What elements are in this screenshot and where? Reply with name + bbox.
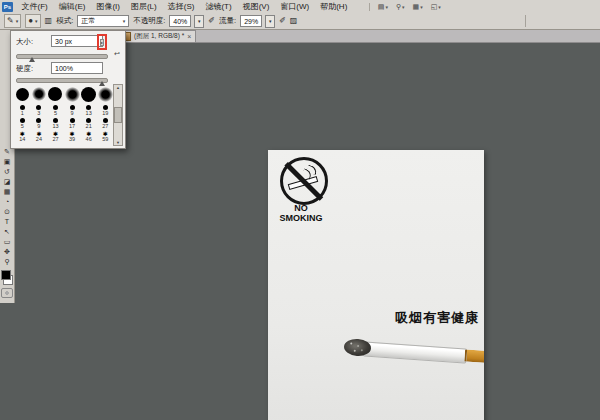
brush-preset[interactable]: 13 bbox=[80, 104, 97, 117]
flow-input[interactable]: 29% bbox=[240, 15, 262, 27]
close-icon[interactable]: × bbox=[187, 33, 191, 40]
menu-item[interactable]: 滤镜(T) bbox=[200, 1, 237, 12]
rectangle-tool[interactable]: ▭ bbox=[1, 237, 13, 247]
brush-preset[interactable]: 9 bbox=[31, 117, 48, 130]
scroll-up-icon[interactable]: ▲ bbox=[116, 85, 120, 90]
airbrush-toggle-icon[interactable]: ✐ bbox=[279, 15, 286, 27]
brush-size-number: 24 bbox=[36, 137, 42, 142]
document-tab[interactable]: (图层 1, RGB/8) * × bbox=[118, 30, 196, 42]
reset-brush-icon[interactable]: ↩ bbox=[114, 50, 120, 58]
color-swatches bbox=[1, 270, 13, 285]
brush-preset[interactable]: 1 bbox=[14, 104, 31, 117]
brush-size-number: 46 bbox=[86, 137, 92, 142]
brush-grid-scrollbar[interactable]: ▲ ▼ bbox=[113, 84, 123, 146]
brush-preset[interactable]: 19 bbox=[97, 104, 114, 117]
brush-preset[interactable]: ✱24 bbox=[31, 130, 48, 143]
brush-size-number: 14 bbox=[19, 137, 25, 142]
brush-preset[interactable]: ✱14 bbox=[14, 130, 31, 143]
menu-item[interactable]: 选择(S) bbox=[162, 1, 200, 12]
scrollbar-thumb[interactable] bbox=[114, 107, 122, 123]
chevron-down-icon: ▾ bbox=[16, 18, 19, 24]
dodge-tool[interactable]: ⊙ bbox=[1, 207, 13, 217]
brush-size-number: 21 bbox=[86, 124, 92, 129]
document-tab-title: (图层 1, RGB/8) * bbox=[134, 32, 184, 41]
brush-preset[interactable]: 9 bbox=[64, 104, 81, 117]
zoom-tool[interactable]: ⚲ bbox=[1, 257, 13, 267]
foreground-color-swatch[interactable] bbox=[1, 270, 11, 280]
size-input[interactable]: 30 px bbox=[51, 35, 103, 47]
brush-preset[interactable]: 5 bbox=[14, 117, 31, 130]
opacity-input[interactable]: 40% bbox=[169, 15, 191, 27]
brush-size-number: 59 bbox=[102, 137, 108, 142]
opacity-dropdown-button[interactable]: ▾ bbox=[194, 15, 204, 28]
brush-grid-row: 5913172127 bbox=[14, 117, 114, 130]
brush-preset[interactable] bbox=[80, 84, 97, 104]
brush-preset[interactable] bbox=[64, 84, 81, 104]
brush-preset[interactable] bbox=[97, 84, 114, 104]
blur-tool[interactable]: ◔ bbox=[1, 197, 13, 207]
view-extras-icon[interactable]: ▤▾ bbox=[378, 3, 388, 11]
type-tool[interactable]: T bbox=[1, 217, 13, 227]
brush-preset[interactable]: ✱27 bbox=[47, 130, 64, 143]
brush-preset[interactable]: 17 bbox=[64, 117, 81, 130]
zoom-level-icon: ⚲ bbox=[396, 3, 401, 11]
arrange-documents-icon: ▦ bbox=[413, 3, 420, 11]
brush-size-number: 9 bbox=[71, 111, 74, 116]
panel-flyout-button[interactable]: ▸ bbox=[100, 39, 104, 46]
menu-item[interactable]: 视图(V) bbox=[237, 1, 275, 12]
menu-item[interactable]: 窗口(W) bbox=[275, 1, 315, 12]
menu-item[interactable]: 帮助(H) bbox=[315, 1, 353, 12]
quick-mask-icon[interactable] bbox=[1, 288, 13, 298]
brush-preset[interactable] bbox=[31, 84, 48, 104]
arrange-documents-icon[interactable]: ▦▾ bbox=[413, 3, 423, 11]
soft-round-brush-icon bbox=[65, 87, 80, 102]
brush-size-number: 3 bbox=[37, 111, 40, 116]
flow-dropdown-button[interactable]: ▾ bbox=[265, 15, 275, 28]
clone-stamp-tool[interactable]: ▣ bbox=[1, 157, 13, 167]
brush-preset[interactable]: ✱46 bbox=[80, 130, 97, 143]
cigarette-image bbox=[343, 339, 484, 365]
menu-item[interactable]: 文件(F) bbox=[16, 1, 53, 12]
eraser-tool[interactable]: ◪ bbox=[1, 177, 13, 187]
brush-preset[interactable] bbox=[47, 84, 64, 104]
menu-item[interactable]: 图层(L) bbox=[125, 1, 162, 12]
size-slider[interactable] bbox=[16, 54, 108, 59]
brush-preset[interactable]: 13 bbox=[47, 117, 64, 130]
chevron-down-icon: ▾ bbox=[420, 4, 423, 10]
brush-grid-row: ✱14✱24✱27✱39✱46✱59 bbox=[14, 130, 114, 143]
brush-preset[interactable]: 3 bbox=[31, 104, 48, 117]
brush-options-icon[interactable]: ▨ bbox=[290, 15, 298, 27]
brush-preset-picker[interactable]: ● ▾ bbox=[25, 14, 40, 28]
app-logo-icon: Ps bbox=[2, 2, 13, 12]
hardness-slider[interactable] bbox=[16, 78, 108, 83]
zoom-level-icon[interactable]: ⚲▾ bbox=[396, 3, 405, 11]
menu-item[interactable]: 编辑(E) bbox=[53, 1, 91, 12]
history-brush-tool[interactable]: ↺ bbox=[1, 167, 13, 177]
poster-document[interactable]: NO SMOKING 吸烟有害健康 燃烧的是香烟， 消耗的是生 Ba bbox=[268, 150, 484, 420]
brush-preset[interactable]: ✱59 bbox=[97, 130, 114, 143]
slogan-text: 吸烟有害健康 bbox=[395, 309, 479, 327]
menu-item[interactable]: 图像(I) bbox=[91, 1, 126, 12]
chevron-down-icon: ▾ bbox=[123, 18, 126, 24]
brush-preset[interactable]: 27 bbox=[97, 117, 114, 130]
hand-tool[interactable]: ✥ bbox=[1, 247, 13, 257]
brush-preset[interactable] bbox=[14, 84, 31, 104]
tool-preset-picker[interactable]: ✎ ▾ bbox=[4, 14, 21, 28]
size-slider-thumb[interactable] bbox=[29, 57, 35, 62]
brush-preset[interactable]: 5 bbox=[47, 104, 64, 117]
scroll-down-icon[interactable]: ▼ bbox=[116, 140, 120, 145]
path-selection-tool[interactable]: ↖ bbox=[1, 227, 13, 237]
screen-mode-icon[interactable]: ◱▾ bbox=[431, 3, 441, 11]
brush-preset[interactable]: 21 bbox=[80, 117, 97, 130]
gradient-tool[interactable]: ▦ bbox=[1, 187, 13, 197]
brush-preset[interactable]: ✱39 bbox=[64, 130, 81, 143]
toggle-brush-panel-icon[interactable]: ▥ bbox=[45, 15, 53, 27]
cigarette-body bbox=[362, 341, 467, 363]
no-smoking-line2: SMOKING bbox=[269, 214, 333, 224]
airbrush-icon[interactable]: ✐ bbox=[208, 15, 215, 27]
opacity-label: 不透明度: bbox=[133, 16, 165, 26]
hardness-input[interactable]: 100% bbox=[51, 62, 103, 74]
mode-select[interactable]: 正常 ▾ bbox=[77, 15, 129, 27]
menu-list: 文件(F)编辑(E)图像(I)图层(L)选择(S)滤镜(T)视图(V)窗口(W)… bbox=[16, 1, 353, 12]
hard-round-brush-icon bbox=[48, 87, 62, 101]
